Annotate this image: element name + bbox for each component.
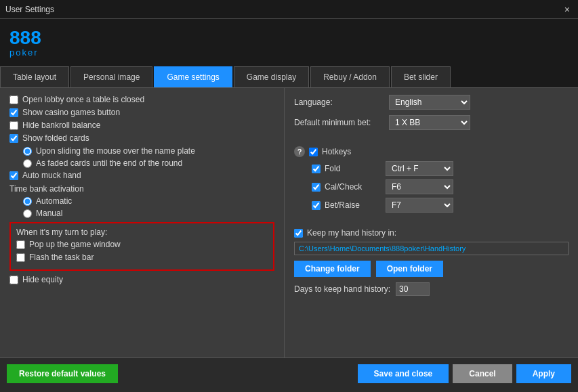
call-check-row: Cal/Check F6 [312, 179, 569, 194]
hide-equity-label: Hide equity [22, 275, 63, 284]
call-check-checkbox[interactable] [312, 183, 321, 192]
fold-key-select[interactable]: Ctrl + F [386, 161, 453, 176]
radio2[interactable] [23, 159, 32, 168]
popup-game-row: Pop up the game window [16, 240, 268, 249]
hotkeys-label: Hotkeys [322, 147, 351, 156]
min-bet-label: Default minimum bet: [294, 118, 389, 127]
restore-defaults-button[interactable]: Restore default values [7, 364, 118, 383]
open-lobby-checkbox[interactable] [9, 95, 18, 104]
fold-row: Fold Ctrl + F [312, 161, 569, 176]
tab-rebuy-addon[interactable]: Rebuy / Addon [310, 66, 390, 87]
hide-equity-row: Hide equity [9, 275, 274, 284]
tab-bar: Table layout Personal image Game setting… [0, 66, 578, 88]
hand-history-path-input[interactable] [294, 242, 569, 255]
time-bank-label: Time bank activation [9, 184, 274, 194]
show-casino-checkbox[interactable] [9, 108, 18, 117]
bottom-right-buttons: Save and close Cancel Apply [358, 364, 571, 383]
language-row: Language: English [294, 95, 569, 110]
auto-muck-checkbox[interactable] [9, 171, 18, 180]
bet-raise-row: Bet/Raise F7 [312, 198, 569, 213]
auto-muck-row: Auto muck hand [9, 171, 274, 180]
call-check-key-select[interactable]: F6 [386, 179, 453, 194]
automatic-label: Automatic [36, 196, 72, 206]
open-lobby-label: Open lobby once a table is closed [22, 95, 144, 104]
hide-bankroll-label: Hide bankroll balance [22, 121, 100, 130]
logo: 888 poker [9, 28, 41, 58]
radio1[interactable] [23, 147, 32, 156]
manual-radio[interactable] [23, 209, 32, 218]
radio1-label: Upon sliding the mouse over the name pla… [36, 146, 195, 156]
logo-888: 888 [9, 28, 41, 47]
flash-task-row: Flash the task bar [16, 253, 268, 262]
apply-button[interactable]: Apply [516, 364, 571, 383]
popup-game-label: Pop up the game window [29, 240, 121, 249]
hand-history-checkbox[interactable] [294, 229, 303, 238]
auto-muck-label: Auto muck hand [22, 171, 81, 180]
automatic-radio[interactable] [23, 197, 32, 206]
tab-personal-image[interactable]: Personal image [70, 66, 152, 87]
change-folder-button[interactable]: Change folder [294, 261, 371, 277]
days-label: Days to keep hand history: [294, 284, 390, 294]
open-folder-button[interactable]: Open folder [376, 261, 443, 277]
bet-raise-key-select[interactable]: F7 [386, 198, 453, 213]
logo-poker: poker [9, 47, 41, 58]
my-turn-label: When it's my turn to play: [16, 227, 268, 237]
bet-raise-label: Bet/Raise [325, 200, 379, 210]
right-panel: Language: English Default minimum bet: 1… [285, 88, 578, 357]
language-label: Language: [294, 97, 389, 107]
language-select[interactable]: English [389, 95, 470, 110]
flash-task-label: Flash the task bar [29, 253, 94, 262]
show-casino-row: Show casino games button [9, 108, 274, 117]
days-row: Days to keep hand history: [294, 282, 569, 296]
title-bar: User Settings × [0, 0, 578, 19]
hotkeys-section: ? Hotkeys Fold Ctrl + F Cal/Check F6 [294, 146, 569, 213]
tab-game-display[interactable]: Game display [234, 66, 309, 87]
popup-game-checkbox[interactable] [16, 240, 25, 249]
hide-bankroll-checkbox[interactable] [9, 121, 18, 130]
hotkeys-header: ? Hotkeys [294, 146, 569, 157]
radio1-row: Upon sliding the mouse over the name pla… [23, 146, 274, 156]
folder-buttons: Change folder Open folder [294, 261, 569, 277]
manual-label: Manual [36, 209, 62, 218]
days-input[interactable] [396, 282, 430, 296]
radio2-label: As faded cards until the end of the roun… [36, 158, 182, 168]
show-casino-label: Show casino games button [22, 108, 120, 117]
fold-checkbox[interactable] [312, 165, 321, 173]
my-turn-box: When it's my turn to play: Pop up the ga… [9, 222, 274, 271]
cancel-button[interactable]: Cancel [453, 364, 512, 383]
hand-history-label: Keep my hand history in: [307, 228, 396, 238]
tab-table-layout[interactable]: Table layout [0, 66, 69, 87]
left-panel: Open lobby once a table is closed Show c… [0, 88, 285, 357]
help-icon[interactable]: ? [294, 146, 305, 157]
radio2-row: As faded cards until the end of the roun… [23, 158, 274, 168]
window-title: User Settings [5, 5, 54, 14]
open-lobby-row: Open lobby once a table is closed [9, 95, 274, 104]
hide-equity-checkbox[interactable] [9, 276, 18, 284]
logo-area: 888 poker [0, 19, 578, 66]
hand-history-section: Keep my hand history in: Change folder O… [294, 228, 569, 296]
hotkeys-checkbox[interactable] [309, 148, 318, 156]
hide-bankroll-row: Hide bankroll balance [9, 121, 274, 130]
call-check-label: Cal/Check [325, 182, 379, 192]
tab-game-settings[interactable]: Game settings [154, 66, 232, 87]
tab-bet-slider[interactable]: Bet slider [391, 66, 451, 87]
flash-task-checkbox[interactable] [16, 253, 25, 262]
fold-label: Fold [325, 164, 379, 173]
min-bet-select[interactable]: 1 X BB [389, 115, 470, 130]
hand-history-header: Keep my hand history in: [294, 228, 569, 238]
content-area: Open lobby once a table is closed Show c… [0, 88, 578, 357]
show-folded-label: Show folded cards [22, 133, 89, 143]
close-button[interactable]: × [562, 4, 573, 15]
manual-row: Manual [23, 209, 274, 218]
min-bet-row: Default minimum bet: 1 X BB [294, 115, 569, 130]
bet-raise-checkbox[interactable] [312, 201, 321, 210]
save-close-button[interactable]: Save and close [358, 364, 449, 383]
show-folded-row: Show folded cards [9, 133, 274, 143]
bottom-bar: Restore default values Save and close Ca… [0, 357, 578, 389]
show-folded-checkbox[interactable] [9, 134, 18, 143]
automatic-row: Automatic [23, 196, 274, 206]
